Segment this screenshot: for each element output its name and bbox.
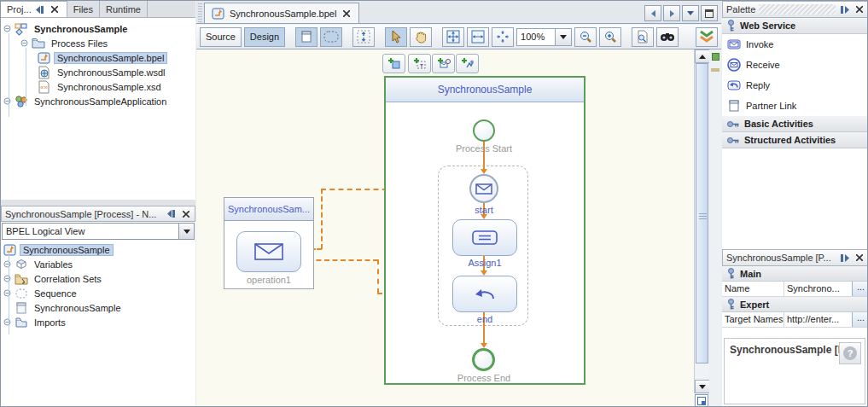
pointer-tool-button[interactable]	[385, 27, 407, 47]
reply-node[interactable]	[452, 276, 517, 312]
partnerlink-title[interactable]: SynchronousSam...	[224, 198, 313, 221]
tab-projects[interactable]: Proj...	[1, 1, 67, 17]
close-icon[interactable]	[180, 209, 191, 219]
palette-item-partner-link[interactable]: Partner Link	[722, 96, 868, 116]
close-icon[interactable]	[50, 4, 61, 15]
overview-button[interactable]	[695, 394, 708, 407]
nav-node-variables[interactable]: Variables	[1, 257, 195, 271]
zoom-combo[interactable]: 100%	[516, 28, 572, 46]
property-value[interactable]: Synchrono...	[784, 282, 852, 296]
process-title[interactable]: SynchronousSample	[386, 78, 584, 102]
tree-node-wsdl-file[interactable]: SynchronousSample.wsdl	[1, 65, 195, 79]
partner-link-icon	[15, 301, 28, 315]
show-partnerlinks-toggle[interactable]	[295, 27, 317, 47]
error-stripe[interactable]	[709, 49, 721, 407]
assign-label: Assign1	[452, 258, 517, 268]
show-sequences-toggle[interactable]	[320, 27, 342, 47]
add-sequence-button[interactable]	[408, 54, 431, 73]
properties-section-main[interactable]: Main	[722, 266, 868, 282]
reply-label: end	[452, 314, 517, 324]
process-start-node[interactable]	[473, 119, 495, 142]
chevron-down-icon[interactable]	[178, 224, 194, 239]
receive-node[interactable]	[469, 174, 498, 203]
find-usages-button[interactable]	[656, 27, 679, 47]
add-scope-button[interactable]	[382, 54, 405, 73]
editor-tab-bpel[interactable]: SynchronousSample.bpel	[204, 3, 359, 23]
pan-tool-button[interactable]	[410, 27, 432, 47]
fit-diagram-button[interactable]	[442, 27, 464, 47]
ellipsis-button[interactable]: ...	[852, 282, 868, 296]
expander-icon[interactable]	[3, 260, 11, 268]
palette-item-invoke[interactable]: Invoke	[722, 34, 868, 55]
horizontal-splitter[interactable]	[1, 200, 195, 206]
tree-node-application[interactable]: SynchronousSampleApplication	[1, 94, 195, 108]
palette-category-structured-activities[interactable]: Structured Activities	[722, 132, 868, 148]
nav-node-correlation-sets[interactable]: Correlation Sets	[1, 271, 195, 286]
tree-node-process-files[interactable]: Process Files	[1, 36, 195, 50]
correlation-sets-icon	[15, 272, 28, 286]
help-button[interactable]: ?	[839, 342, 861, 364]
nav-node-sequence[interactable]: Sequence	[1, 286, 195, 300]
nav-node-root[interactable]: SynchronousSample	[1, 242, 195, 257]
validate-button[interactable]	[696, 27, 718, 47]
expander-icon[interactable]	[3, 25, 11, 32]
vertical-scrollbar[interactable]	[694, 49, 709, 393]
maximize-window-button[interactable]	[701, 5, 718, 21]
close-icon[interactable]	[853, 4, 865, 15]
expander-icon[interactable]	[20, 39, 28, 47]
palette-item-reply[interactable]: Reply	[722, 75, 868, 96]
tree-node-xsd-file[interactable]: «» SynchronousSample.xsd	[1, 79, 195, 94]
nav-node-partnerlink[interactable]: SynchronousSample	[1, 300, 195, 315]
design-view-button[interactable]: Design	[244, 27, 285, 47]
operation-node[interactable]	[236, 231, 301, 272]
process-end-node[interactable]	[472, 348, 495, 371]
tab-files[interactable]: Files	[67, 1, 100, 17]
error-stripe-ok-indicator[interactable]	[712, 53, 719, 61]
add-event-handler-button[interactable]	[432, 54, 455, 73]
dock-right-icon[interactable]	[839, 253, 850, 263]
zoom-in-button[interactable]	[599, 27, 621, 47]
nav-node-imports[interactable]: Imports	[1, 315, 195, 329]
expander-icon[interactable]	[3, 289, 11, 297]
property-value[interactable]: http://enter...	[784, 312, 852, 327]
auto-layout-button[interactable]	[352, 27, 375, 47]
design-canvas[interactable]: SynchronousSam... operation1 Synchronous…	[196, 49, 694, 407]
expander-icon[interactable]	[3, 97, 11, 105]
scroll-down-button[interactable]	[695, 380, 710, 393]
palette-category-basic-activities[interactable]: Basic Activities	[722, 116, 868, 132]
expander-icon[interactable]	[3, 275, 11, 282]
print-preview-button[interactable]	[632, 27, 654, 47]
dock-right-icon[interactable]	[839, 4, 850, 15]
tab-list-dropdown-button[interactable]	[682, 5, 699, 21]
panel-drag-texture[interactable]	[759, 4, 836, 15]
zoom-value[interactable]: 100%	[516, 28, 556, 46]
properties-section-expert[interactable]: Expert	[722, 297, 868, 312]
tree-node-bpel-file[interactable]: SynchronousSample.bpel	[1, 50, 195, 65]
close-icon[interactable]	[853, 253, 865, 263]
view-selector[interactable]: BPEL Logical View	[2, 223, 195, 240]
scroll-up-button[interactable]	[695, 49, 710, 63]
close-icon[interactable]	[341, 9, 352, 19]
add-handler-button[interactable]	[456, 54, 479, 73]
tree-node-project[interactable]: SynchronousSample	[1, 21, 195, 36]
auto-hide-icon[interactable]	[35, 4, 46, 15]
ellipsis-button[interactable]: ...	[852, 312, 868, 327]
scroll-tabs-right-button[interactable]	[663, 5, 680, 21]
properties-panel: SynchronousSample [P... Main Name Synchr…	[722, 249, 868, 407]
shrink-to-fit-button[interactable]	[492, 27, 514, 47]
assign-node[interactable]	[452, 219, 517, 256]
source-view-button[interactable]: Source	[200, 27, 242, 47]
auto-hide-icon[interactable]	[166, 209, 177, 219]
zoom-out-button[interactable]	[574, 27, 597, 47]
palette-item-receive[interactable]: Receive	[722, 55, 868, 75]
error-stripe-mark[interactable]	[711, 68, 719, 72]
scroll-tabs-left-button[interactable]	[644, 5, 661, 21]
chevron-down-icon[interactable]	[556, 28, 572, 46]
fit-width-button[interactable]	[467, 27, 489, 47]
scrollbar-thumb[interactable]	[696, 63, 708, 363]
expander-icon[interactable]	[3, 318, 11, 326]
palette-category-web-service[interactable]: Web Service	[722, 18, 868, 34]
tab-runtime[interactable]: Runtime	[100, 1, 148, 17]
toolbar-drag-handle[interactable]	[198, 3, 202, 22]
xsd-file-icon: «»	[38, 80, 51, 94]
